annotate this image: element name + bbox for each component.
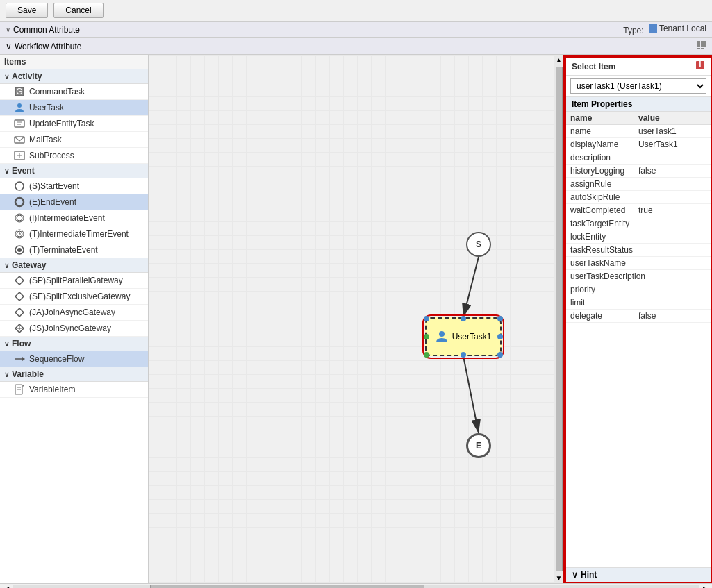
mail-task-icon [14, 134, 25, 145]
user-task-label: UserTask [29, 103, 64, 112]
scroll-thumb[interactable] [556, 67, 563, 571]
handle-rm[interactable] [497, 334, 503, 339]
select-item-label: Select Item [572, 62, 615, 72]
item-terminate-event[interactable]: (T)TerminateEvent [0, 242, 148, 258]
event-chevron: ∨ [4, 167, 9, 175]
prop-value-delegate[interactable]: false [638, 311, 706, 321]
user-task-node-icon [436, 330, 448, 344]
section-event[interactable]: ∨ Event [0, 164, 148, 178]
item-split-exclusive[interactable]: (SE)SplitExclusiveGateway [0, 289, 148, 305]
scroll-left-btn[interactable]: ◀ [0, 585, 12, 589]
item-join-async[interactable]: (JA)JoinAsyncGateway [0, 305, 148, 321]
prop-value-description[interactable] [638, 153, 706, 162]
prop-row-userTaskName: userTaskName [566, 257, 711, 270]
prop-row-taskResultStatus: taskResultStatus [566, 244, 711, 257]
svg-point-21 [17, 215, 22, 221]
section-activity[interactable]: ∨ Activity [0, 69, 148, 84]
handle-lm[interactable] [424, 334, 429, 339]
prop-value-userTaskName[interactable] [638, 258, 706, 268]
prop-row-delegate: delegatefalse [566, 310, 711, 323]
section-gateway[interactable]: ∨ Gateway [0, 258, 148, 273]
horizontal-scrollbar[interactable] [13, 585, 699, 589]
prop-row-priority: priority [566, 283, 711, 296]
join-sync-icon [14, 323, 25, 334]
scroll-up-btn[interactable]: ▲ [554, 55, 563, 65]
workflow-attr-expand-icon[interactable]: ∨ [6, 42, 12, 51]
save-button[interactable]: Save [6, 3, 48, 18]
handle-bl[interactable] [424, 352, 429, 358]
prop-value-assignRule[interactable] [638, 179, 706, 189]
terminate-event-icon [14, 244, 25, 255]
start-event-node[interactable]: S [466, 232, 491, 257]
prop-name-autoSkipRule: autoSkipRule [570, 192, 638, 202]
item-start-event[interactable]: (S)StartEvent [0, 178, 148, 194]
terminate-event-label: (T)TerminateEvent [29, 245, 98, 255]
cancel-button[interactable]: Cancel [53, 3, 103, 18]
intermediate-event-label: (I)IntermediateEvent [29, 213, 105, 223]
svg-marker-29 [15, 292, 24, 301]
hint-header: ∨ Hint [566, 568, 711, 582]
user-task-node-label: UserTask1 [452, 332, 492, 342]
prop-value-displayName[interactable]: UserTask1 [638, 140, 706, 149]
prop-value-limit[interactable] [638, 298, 706, 308]
prop-value-name[interactable]: userTask1 [638, 126, 706, 136]
item-split-parallel[interactable]: (SP)SplitParallelGateway [0, 273, 148, 289]
item-intermediate-event[interactable]: (I)IntermediateEvent [0, 210, 148, 226]
svg-rect-5 [704, 44, 706, 47]
intermediate-event-icon [14, 212, 25, 224]
common-attr-expand-icon[interactable]: ∨ [6, 26, 10, 33]
handle-bm[interactable] [461, 352, 466, 358]
prop-value-taskTargetEntity[interactable] [638, 219, 706, 228]
canvas-right-scrollbar[interactable]: ▲ ▼ [554, 55, 563, 583]
mail-task-label: MailTask [29, 135, 62, 144]
item-variable-item[interactable]: VariableItem [0, 382, 148, 398]
item-join-sync[interactable]: (JS)JoinSyncGateway [0, 321, 148, 337]
section-variable[interactable]: ∨ Variable [0, 367, 148, 382]
item-end-event[interactable]: (E)EndEvent [0, 194, 148, 210]
prop-row-displayName: displayNameUserTask1 [566, 138, 711, 151]
item-mail-task[interactable]: MailTask [0, 132, 148, 148]
grid-icon[interactable] [697, 40, 706, 52]
prop-value-userTaskDescription[interactable] [645, 271, 706, 281]
prop-value-autoSkipRule[interactable] [638, 192, 706, 202]
start-event-label: S [476, 240, 481, 249]
svg-rect-3 [697, 44, 700, 47]
prop-name-userTaskDescription: userTaskDescription [570, 271, 645, 281]
prop-value-taskResultStatus[interactable] [638, 245, 706, 255]
item-timer-event[interactable]: (T)IntermediateTimerEvent [0, 226, 148, 242]
select-item-icon[interactable]: i [695, 60, 705, 72]
end-event-node[interactable]: E [466, 433, 491, 458]
svg-text:G: G [16, 87, 22, 96]
svg-point-43 [439, 331, 445, 337]
item-sub-process[interactable]: SubProcess [0, 148, 148, 164]
prop-value-priority[interactable] [638, 285, 706, 294]
user-task-node[interactable]: UserTask1 [425, 317, 502, 356]
event-label: Event [12, 166, 35, 176]
prop-value-historyLogging[interactable]: false [638, 166, 706, 176]
split-parallel-icon [14, 275, 25, 286]
select-item-select[interactable]: userTask1 (UserTask1) [570, 78, 706, 94]
item-command-task[interactable]: G CommandTask [0, 84, 148, 100]
prop-row-autoSkipRule: autoSkipRule [566, 191, 711, 204]
item-sequence-flow[interactable]: SequenceFlow [0, 351, 148, 367]
item-update-entity-task[interactable]: UpdateEntityTask [0, 116, 148, 132]
col-name-header: name [570, 113, 638, 123]
scrollbar-thumb[interactable] [150, 585, 424, 589]
handle-tm[interactable] [461, 316, 466, 321]
handle-br[interactable] [497, 352, 503, 358]
handle-tl[interactable] [424, 316, 429, 321]
prop-value-lockEntity[interactable] [638, 232, 706, 242]
item-user-task[interactable]: UserTask [0, 100, 148, 116]
hint-chevron[interactable]: ∨ [572, 570, 578, 580]
scroll-right-btn[interactable]: ▶ [700, 585, 712, 589]
svg-point-10 [17, 103, 22, 108]
svg-rect-1 [701, 41, 704, 44]
prop-value-waitCompleted[interactable]: true [638, 205, 706, 215]
prop-name-taskTargetEntity: taskTargetEntity [570, 219, 638, 228]
end-event-icon [14, 196, 25, 208]
scroll-down-btn[interactable]: ▼ [554, 573, 563, 583]
section-flow[interactable]: ∨ Flow [0, 337, 148, 351]
handle-tr[interactable] [497, 316, 503, 321]
svg-point-27 [17, 248, 22, 252]
canvas-area[interactable]: S UserTask1 E ▲ ▼ [149, 55, 563, 583]
